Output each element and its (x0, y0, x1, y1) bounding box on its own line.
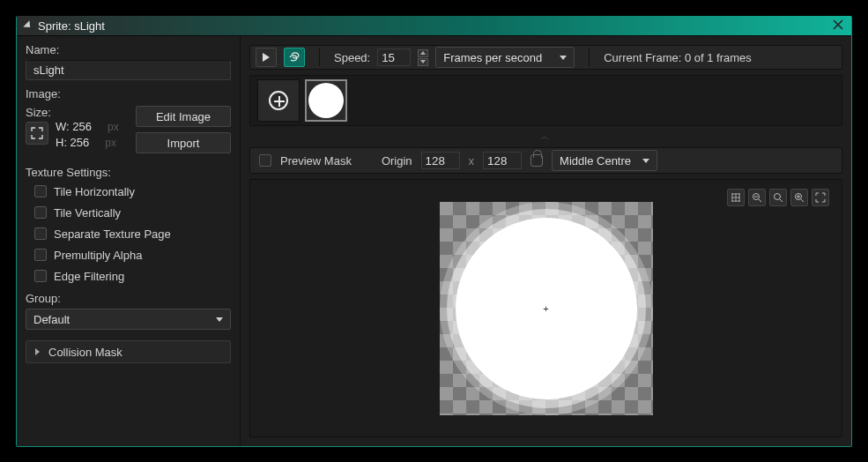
right-panel: Speed: Frames per second Current Frame: … (241, 36, 851, 446)
origin-sep: x (469, 154, 475, 168)
speed-label: Speed: (334, 51, 370, 64)
anchor-value: Middle Centre (560, 154, 631, 168)
group-value: Default (33, 313, 70, 326)
close-button[interactable] (830, 18, 846, 32)
separator (319, 48, 320, 66)
origin-crosshair-icon: + (543, 303, 548, 314)
lock-icon[interactable] (530, 154, 543, 167)
origin-label: Origin (382, 154, 412, 168)
origin-x-input[interactable] (421, 152, 460, 169)
separate-page-checkbox[interactable] (34, 227, 47, 240)
premultiply-label: Premultiply Alpha (54, 249, 142, 262)
grid-icon[interactable] (727, 189, 745, 206)
tile-h-label: Tile Horizontally (54, 185, 135, 198)
preview-canvas[interactable]: + (249, 179, 842, 437)
preview-mask-checkbox[interactable] (259, 154, 271, 167)
collision-mask-row[interactable]: Collision Mask (26, 340, 231, 363)
origin-toolbar: Preview Mask Origin x Middle Centre (249, 147, 842, 174)
splitter-handle[interactable]: ︿ (249, 131, 842, 142)
fps-select[interactable]: Frames per second (435, 47, 575, 68)
sprite-thumb-icon (308, 83, 344, 118)
sprite-editor-window: Sprite: sLight Name: Image: Size: W: 256 (16, 16, 852, 447)
import-button[interactable]: Import (136, 132, 231, 153)
frames-strip (249, 75, 842, 126)
separator (589, 48, 590, 66)
zoom-out-button[interactable] (748, 189, 766, 206)
window-title: Sprite: sLight (38, 19, 105, 33)
chevron-down-icon (216, 317, 223, 322)
group-label: Group: (26, 292, 231, 305)
svg-point-1 (775, 194, 781, 200)
premultiply-checkbox[interactable] (34, 249, 47, 261)
group-select[interactable]: Default (26, 309, 231, 330)
zoom-in-button[interactable] (790, 189, 808, 206)
height-value: H: 256 (56, 136, 89, 149)
px-unit-w: px (108, 121, 119, 133)
collision-label: Collision Mask (48, 346, 122, 359)
add-frame-button[interactable] (257, 79, 300, 122)
name-input[interactable] (26, 60, 231, 80)
image-label: Image: (26, 87, 231, 101)
play-button[interactable] (256, 48, 277, 67)
anchor-select[interactable]: Middle Centre (552, 150, 657, 171)
tile-v-checkbox[interactable] (34, 206, 47, 219)
playback-toolbar: Speed: Frames per second Current Frame: … (249, 45, 842, 70)
chevron-down-icon (560, 56, 567, 60)
edge-filter-checkbox[interactable] (34, 270, 47, 282)
preview-mask-label: Preview Mask (280, 154, 352, 168)
tile-v-label: Tile Vertically (54, 206, 121, 220)
edit-image-button[interactable]: Edit Image (136, 106, 231, 127)
size-label: Size: (26, 106, 123, 119)
zoom-reset-button[interactable] (769, 189, 787, 206)
speed-input[interactable] (377, 48, 411, 66)
titlebar[interactable]: Sprite: sLight (17, 16, 851, 35)
resize-button[interactable] (26, 122, 48, 145)
px-unit-h: px (105, 137, 116, 149)
chevron-right-icon (35, 348, 40, 355)
separate-page-label: Separate Texture Page (54, 227, 171, 241)
frame-thumb-0[interactable] (305, 79, 347, 122)
tile-h-checkbox[interactable] (34, 185, 47, 197)
name-label: Name: (26, 43, 231, 56)
body: Name: Image: Size: W: 256px H: 256px (17, 35, 851, 446)
sprite-preview: + (440, 202, 653, 415)
loop-button[interactable] (284, 48, 305, 67)
zoom-toolbar (727, 189, 829, 206)
collapse-icon[interactable] (23, 20, 33, 30)
left-panel: Name: Image: Size: W: 256px H: 256px (17, 36, 241, 446)
texture-settings-label: Texture Settings: (26, 166, 231, 179)
origin-y-input[interactable] (483, 152, 522, 169)
fps-value: Frames per second (443, 51, 542, 64)
current-frame-label: Current Frame: 0 of 1 frames (604, 51, 752, 64)
width-value: W: 256 (56, 120, 92, 133)
fullscreen-button[interactable] (812, 189, 829, 206)
edge-filter-label: Edge Filtering (54, 270, 124, 283)
speed-spinner[interactable] (418, 49, 428, 66)
plus-icon (269, 91, 288, 110)
chevron-down-icon (642, 159, 649, 163)
